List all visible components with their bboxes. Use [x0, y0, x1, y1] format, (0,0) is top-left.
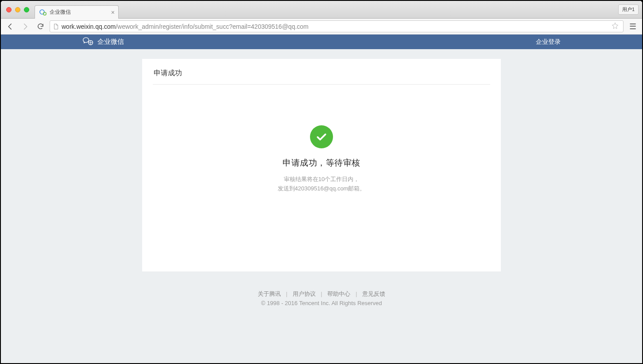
- bookmark-star-icon[interactable]: [610, 22, 620, 31]
- success-heading: 申请成功，等待审核: [283, 157, 360, 169]
- wechat-work-favicon-icon: [39, 9, 46, 16]
- success-desc-line1: 审核结果将在10个工作日内，: [278, 175, 366, 184]
- forward-button[interactable]: [19, 21, 31, 32]
- tab-strip: 企业微信 ×: [35, 1, 119, 18]
- footer-link-about[interactable]: 关于腾讯: [258, 290, 281, 297]
- window-controls: [1, 7, 29, 12]
- page-body: 企业微信 企业登录 申请成功 申请成功，等待审核 审核结果将在10个工作日内， …: [1, 35, 642, 363]
- profile-badge[interactable]: 用户1: [618, 4, 639, 15]
- titlebar: 企业微信 × 用户1: [1, 1, 642, 19]
- tab-close-icon[interactable]: ×: [111, 9, 115, 16]
- success-desc-line2: 发送到420309516@qq.com邮箱。: [278, 184, 366, 194]
- footer-link-feedback[interactable]: 意见反馈: [362, 290, 385, 297]
- url-toolbar: work.weixin.qq.com/wework_admin/register…: [1, 19, 642, 35]
- separator: |: [286, 290, 287, 297]
- tab-title: 企业微信: [50, 8, 71, 16]
- url-host: work.weixin.qq.com: [62, 23, 116, 30]
- window-maximize-button[interactable]: [24, 7, 29, 12]
- result-card: 申请成功 申请成功，等待审核 审核结果将在10个工作日内， 发送到4203095…: [142, 59, 501, 271]
- brand-text: 企业微信: [97, 38, 124, 46]
- success-description: 审核结果将在10个工作日内， 发送到420309516@qq.com邮箱。: [278, 175, 366, 194]
- success-block: 申请成功，等待审核 审核结果将在10个工作日内， 发送到420309516@qq…: [142, 85, 501, 271]
- card-title: 申请成功: [142, 59, 501, 84]
- window-close-button[interactable]: [6, 7, 12, 12]
- wechat-work-logo-icon: [82, 35, 94, 48]
- success-check-icon: [310, 125, 333, 148]
- content-wrap: 申请成功 申请成功，等待审核 审核结果将在10个工作日内， 发送到4203095…: [1, 49, 642, 363]
- browser-menu-icon[interactable]: ☰: [627, 22, 639, 31]
- brand[interactable]: 企业微信: [82, 35, 124, 48]
- footer-link-help[interactable]: 帮助中心: [327, 290, 350, 297]
- reload-button[interactable]: [35, 21, 46, 32]
- separator: |: [321, 290, 322, 297]
- site-topnav: 企业微信 企业登录: [1, 35, 642, 49]
- address-bar[interactable]: work.weixin.qq.com/wework_admin/register…: [50, 20, 624, 32]
- footer-copyright: © 1998 - 2016 Tencent Inc. All Rights Re…: [258, 300, 385, 306]
- footer-link-agreement[interactable]: 用户协议: [293, 290, 316, 297]
- browser-window: 企业微信 × 用户1 work.weixin.qq.com/wework_adm…: [1, 1, 642, 363]
- page-footer: 关于腾讯 | 用户协议 | 帮助中心 | 意见反馈 © 1998 - 2016 …: [258, 290, 385, 306]
- back-button[interactable]: [4, 21, 16, 32]
- footer-links: 关于腾讯 | 用户协议 | 帮助中心 | 意见反馈: [258, 290, 385, 298]
- url-path: /wework_admin/register/info/submit_succ?…: [116, 23, 309, 30]
- page-icon: [53, 23, 59, 30]
- separator: |: [356, 290, 357, 297]
- browser-tab[interactable]: 企业微信 ×: [35, 5, 119, 19]
- window-minimize-button[interactable]: [15, 7, 20, 12]
- url-text: work.weixin.qq.com/wework_admin/register…: [62, 23, 610, 30]
- enterprise-login-link[interactable]: 企业登录: [536, 38, 561, 46]
